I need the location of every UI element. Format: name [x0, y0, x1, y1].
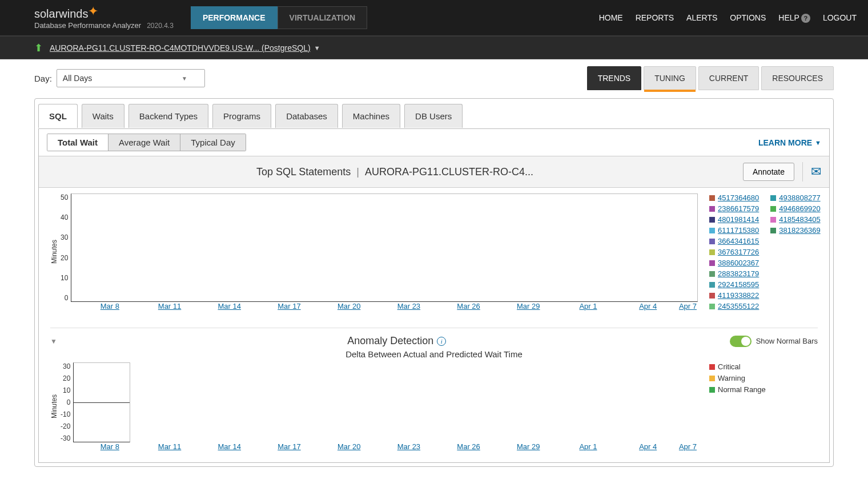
date-link[interactable]: Mar 8 — [101, 442, 119, 451]
date-link[interactable]: Apr 1 — [579, 302, 597, 310]
product-version: 2020.4.3 — [147, 22, 174, 30]
day-label: Day: — [34, 74, 52, 83]
up-arrow-icon[interactable]: ⬆ — [34, 42, 43, 54]
annotate-button[interactable]: Annotate — [743, 163, 794, 181]
date-link[interactable]: Apr 7 — [679, 442, 697, 451]
brand-logo: solarwinds✦ — [34, 6, 174, 21]
anomaly-legend-item: Critical — [709, 362, 818, 371]
y-axis-label: Minutes — [50, 240, 58, 264]
date-link[interactable]: Apr 4 — [639, 442, 657, 451]
mail-icon[interactable]: ✉ — [811, 164, 821, 179]
date-link[interactable]: Apr 1 — [579, 442, 597, 451]
date-link[interactable]: Mar 29 — [517, 442, 540, 451]
sql-tab-backend-types[interactable]: Backend Types — [128, 104, 208, 128]
inst-tab-tuning[interactable]: TUNING — [644, 66, 696, 90]
inst-tab-resources[interactable]: RESOURCES — [761, 66, 834, 90]
legend-item[interactable]: 6111715380 — [709, 226, 759, 235]
anomaly-legend-item: Warning — [709, 374, 818, 382]
nav-link-help[interactable]: HELP? — [778, 13, 810, 23]
date-link[interactable]: Mar 11 — [158, 442, 181, 451]
wait-tab-total-wait[interactable]: Total Wait — [47, 134, 108, 151]
date-link[interactable]: Mar 23 — [397, 442, 420, 451]
learn-more-link[interactable]: LEARN MORE▼ — [758, 138, 821, 147]
legend-item[interactable]: 2924158595 — [709, 280, 759, 289]
date-link[interactable]: Mar 29 — [517, 302, 540, 310]
wait-tab-typical-day[interactable]: Typical Day — [180, 134, 246, 151]
legend-item[interactable]: 3886002367 — [709, 259, 759, 267]
date-link[interactable]: Mar 17 — [278, 302, 300, 310]
legend-item[interactable]: 3676317726 — [709, 248, 759, 256]
date-link[interactable]: Mar 20 — [337, 302, 360, 310]
nav-link-logout[interactable]: LOGOUT — [823, 13, 857, 22]
inst-tab-trends[interactable]: TRENDS — [587, 66, 642, 90]
help-icon: ? — [801, 14, 810, 23]
legend-item[interactable]: 4119338822 — [709, 291, 759, 300]
nav-link-options[interactable]: OPTIONS — [730, 13, 766, 22]
date-link[interactable]: Mar 20 — [337, 442, 360, 451]
top-sql-chart[interactable] — [71, 193, 698, 302]
sql-tab-sql[interactable]: SQL — [38, 104, 78, 128]
anomaly-legend-item: Normal Range — [709, 385, 818, 394]
legend-item[interactable]: 4801981414 — [709, 215, 759, 224]
breadcrumb-caret-icon[interactable]: ▼ — [314, 45, 320, 51]
inst-tab-current[interactable]: CURRENT — [698, 66, 759, 90]
sql-tab-programs[interactable]: Programs — [212, 104, 271, 128]
nav-link-reports[interactable]: REPORTS — [636, 13, 674, 22]
legend-item[interactable]: 4938808277 — [770, 193, 820, 202]
nav-tab-virtualization[interactable]: VIRTUALIZATION — [278, 6, 368, 29]
date-link[interactable]: Apr 7 — [679, 302, 697, 310]
sql-tab-databases[interactable]: Databases — [275, 104, 338, 128]
main-nav-tabs: PERFORMANCEVIRTUALIZATION — [191, 6, 367, 29]
wait-tab-average-wait[interactable]: Average Wait — [108, 134, 180, 151]
legend-item[interactable]: 2453555122 — [709, 302, 759, 310]
date-link[interactable]: Mar 14 — [218, 302, 241, 310]
nav-link-alerts[interactable]: ALERTS — [686, 13, 717, 22]
anomaly-subtitle: Delta Between Actual and Predicted Wait … — [39, 349, 829, 359]
legend-item[interactable]: 4946869920 — [770, 204, 820, 213]
anomaly-y-label: Minutes — [50, 394, 58, 418]
date-link[interactable]: Mar 8 — [101, 302, 119, 310]
nav-link-home[interactable]: HOME — [599, 13, 623, 22]
legend-item[interactable]: 2386617579 — [709, 204, 759, 213]
day-select[interactable]: All Days▼ — [57, 69, 205, 87]
legend-item[interactable]: 3664341615 — [709, 237, 759, 245]
sql-tab-db-users[interactable]: DB Users — [404, 104, 463, 128]
nav-tab-performance[interactable]: PERFORMANCE — [191, 6, 278, 29]
date-link[interactable]: Mar 11 — [158, 302, 181, 310]
collapse-caret-icon[interactable]: ▼ — [50, 337, 64, 345]
sql-tab-waits[interactable]: Waits — [82, 104, 124, 128]
legend-item[interactable]: 2883823179 — [709, 269, 759, 278]
product-name: Database Performance Analyzer — [34, 21, 141, 30]
chart-title: Top SQL Statements|AURORA-PG11.CLUSTER-R… — [47, 166, 743, 178]
date-link[interactable]: Apr 4 — [639, 302, 657, 310]
info-icon[interactable]: i — [437, 337, 446, 346]
date-link[interactable]: Mar 17 — [278, 442, 300, 451]
breadcrumb[interactable]: AURORA-PG11.CLUSTER-RO-C4MOTDHVVDE9.US-W… — [50, 43, 311, 53]
legend-item[interactable]: 4185483405 — [770, 215, 820, 224]
show-normal-bars-toggle[interactable] — [730, 336, 752, 347]
date-link[interactable]: Mar 26 — [457, 442, 480, 451]
sql-tab-machines[interactable]: Machines — [342, 104, 400, 128]
date-link[interactable]: Mar 14 — [218, 442, 241, 451]
date-link[interactable]: Mar 26 — [457, 302, 480, 310]
legend-item[interactable]: 3818236369 — [770, 226, 820, 235]
anomaly-title: Anomaly Detection i — [64, 335, 730, 347]
date-link[interactable]: Mar 23 — [397, 302, 420, 310]
anomaly-chart[interactable] — [73, 362, 130, 442]
legend-item[interactable]: 4517364680 — [709, 193, 759, 202]
toggle-label: Show Normal Bars — [756, 337, 818, 345]
